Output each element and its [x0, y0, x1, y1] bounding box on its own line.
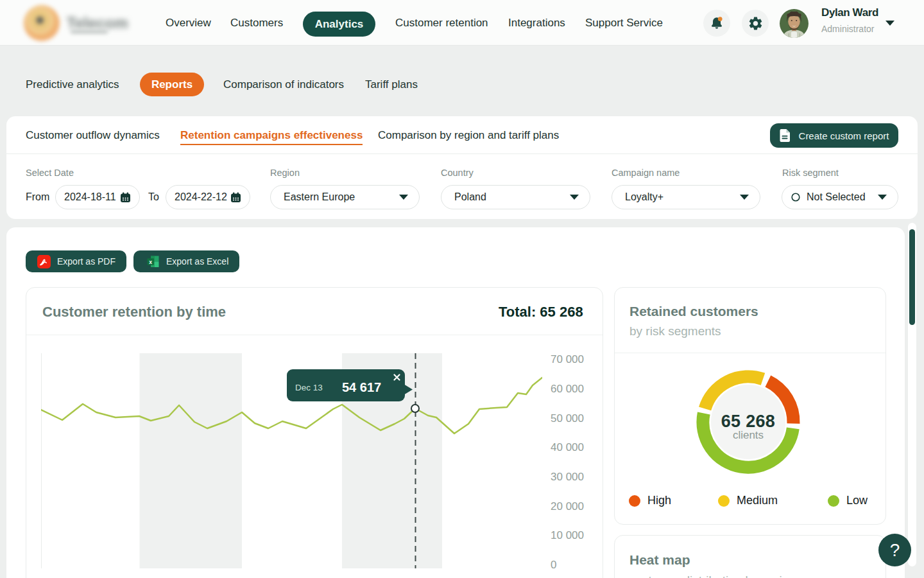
svg-text:x: x — [149, 259, 152, 265]
